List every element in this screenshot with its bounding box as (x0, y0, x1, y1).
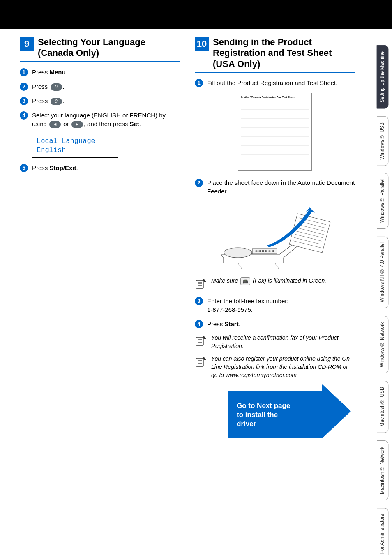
step-10-1: 1 Fill out the Product Registration and … (195, 78, 355, 87)
step-number-icon: 3 (195, 297, 203, 305)
section-number-box: 10 (195, 37, 209, 51)
text-fragment: Press (32, 83, 50, 90)
section-9-header: 9 Selecting Your Language (Canada Only) (20, 37, 180, 62)
step-text: Press Menu. (32, 68, 180, 76)
step-number-icon: 5 (20, 164, 28, 172)
tab-macintosh-usb[interactable]: Macintosh® USB (377, 381, 389, 433)
step-text: Select your language (ENGLISH or FRENCH)… (32, 111, 180, 128)
section-9-title: Selecting Your Language (Canada Only) (38, 37, 180, 59)
text-fragment: 1-877-268-9575. (207, 306, 253, 313)
main-content: 9 Selecting Your Language (Canada Only) … (0, 29, 367, 555)
tab-windows-parallel[interactable]: Windows® Parallel (377, 173, 389, 229)
tab-windows-nt-parallel[interactable]: Windows NT® 4.0 Parallel (377, 236, 389, 308)
text-fragment: or (62, 120, 71, 127)
text-fragment: Press (32, 164, 50, 171)
step-number-icon: 1 (20, 68, 28, 76)
step-text: Fill out the Product Registration and Te… (207, 78, 355, 87)
note-confirmation: You will receive a confirmation fax of y… (195, 334, 355, 350)
step-number-icon: 2 (20, 83, 28, 91)
text-fragment: Press (32, 97, 50, 104)
bold-key-name: Menu (50, 69, 66, 76)
step-number-icon: 2 (195, 179, 203, 187)
form-header-text: Brother Warranty Registration And Test S… (241, 96, 309, 99)
bold-key-name: Start (225, 320, 239, 327)
step-number-icon: 4 (195, 320, 203, 328)
tab-setting-up[interactable]: Setting Up the Machine (377, 45, 389, 109)
tab-for-administrators[interactable]: For Administrators (377, 508, 389, 555)
note-icon (195, 356, 208, 370)
keypad-zero-icon: 0 (51, 98, 62, 105)
step-9-5: 5 Press Stop/Exit. (20, 164, 180, 172)
fax-button-icon: 📠 (240, 277, 250, 285)
step-number-icon: 4 (20, 111, 28, 120)
text-fragment: Press (32, 69, 50, 76)
top-header-bar (0, 0, 392, 29)
svg-rect-19 (196, 337, 203, 345)
note-text: You will receive a confirmation fax of y… (211, 334, 355, 350)
svg-point-4 (265, 250, 267, 252)
document-feeder-illustration (213, 201, 337, 271)
text-fragment: Enter the toll-free fax number: (207, 297, 288, 304)
svg-point-0 (224, 248, 252, 258)
text-fragment: . (76, 164, 78, 171)
section-10-header: 10 Sending in the Product Registration a… (195, 37, 355, 73)
note-icon (195, 278, 208, 292)
right-arrow-key-icon: ► (71, 121, 83, 128)
step-text: Press Start. (207, 320, 355, 328)
svg-point-3 (262, 250, 264, 252)
bold-key-name: Stop/Exit (50, 164, 76, 171)
step-9-3: 3 Press 0. (20, 97, 180, 105)
step-text: Press 0. (32, 82, 180, 91)
step-10-4: 4 Press Start. (195, 320, 355, 328)
step-10-3: 3 Enter the toll-free fax number: 1-877-… (195, 297, 355, 314)
text-fragment: . (63, 97, 65, 104)
note-text: Make sure 📠 (Fax) is illuminated in Gree… (211, 277, 355, 285)
tab-windows-usb[interactable]: Windows® USB (377, 116, 389, 166)
keypad-zero-icon: 0 (51, 83, 62, 91)
registration-form-illustration: Brother Warranty Registration And Test S… (238, 93, 312, 171)
side-tab-strip: Setting Up the Machine Windows® USB Wind… (367, 29, 392, 555)
svg-point-1 (256, 250, 257, 252)
text-fragment: Make sure (211, 277, 240, 284)
note-fax-light: Make sure 📠 (Fax) is illuminated in Gree… (195, 277, 355, 292)
lcd-line: Local Language (37, 137, 114, 146)
note-online-registration: You can also register your product onlin… (195, 355, 355, 379)
step-text: Press 0. (32, 97, 180, 105)
text-fragment: . (139, 120, 141, 127)
next-cta-text: Go to Next page to install the driver (237, 402, 290, 428)
page-body: 9 Selecting Your Language (Canada Only) … (0, 29, 392, 555)
svg-rect-15 (196, 280, 203, 288)
text-fragment: , and then press (84, 120, 130, 127)
go-to-next-page-arrow[interactable]: Go to Next page to install the driver (228, 391, 322, 438)
column-left: 9 Selecting Your Language (Canada Only) … (20, 37, 180, 548)
text-fragment: (Fax) is illuminated in Green. (251, 277, 326, 284)
text-fragment: Press (207, 320, 225, 327)
column-right: 10 Sending in the Product Registration a… (195, 37, 355, 548)
step-text: Press Stop/Exit. (32, 164, 180, 172)
step-9-2: 2 Press 0. (20, 82, 180, 91)
note-text: You can also register your product onlin… (211, 355, 355, 379)
note-icon (195, 335, 208, 349)
text-fragment: . (66, 69, 67, 76)
svg-point-2 (259, 250, 261, 252)
next-page-callout: Go to Next page to install the driver (195, 391, 355, 438)
lcd-line: English (37, 146, 114, 155)
step-9-4: 4 Select your language (ENGLISH or FRENC… (20, 111, 180, 128)
svg-point-6 (272, 250, 274, 252)
tab-macintosh-network[interactable]: Macintosh® Network (377, 440, 389, 500)
left-arrow-key-icon: ◄ (49, 121, 61, 128)
step-number-icon: 3 (20, 97, 28, 105)
section-number-box: 9 (20, 37, 34, 51)
svg-rect-23 (196, 358, 203, 366)
text-fragment: . (63, 83, 65, 90)
bold-key-name: Set (129, 120, 139, 127)
step-text: Enter the toll-free fax number: 1-877-26… (207, 297, 355, 314)
section-10-title: Sending in the Product Registration and … (213, 37, 355, 69)
lcd-display: Local Language English (32, 134, 118, 158)
tab-windows-network[interactable]: Windows® Network (377, 316, 389, 373)
step-number-icon: 1 (195, 79, 203, 87)
step-9-1: 1 Press Menu. (20, 68, 180, 76)
text-fragment: . (239, 320, 240, 327)
svg-point-5 (269, 250, 270, 252)
